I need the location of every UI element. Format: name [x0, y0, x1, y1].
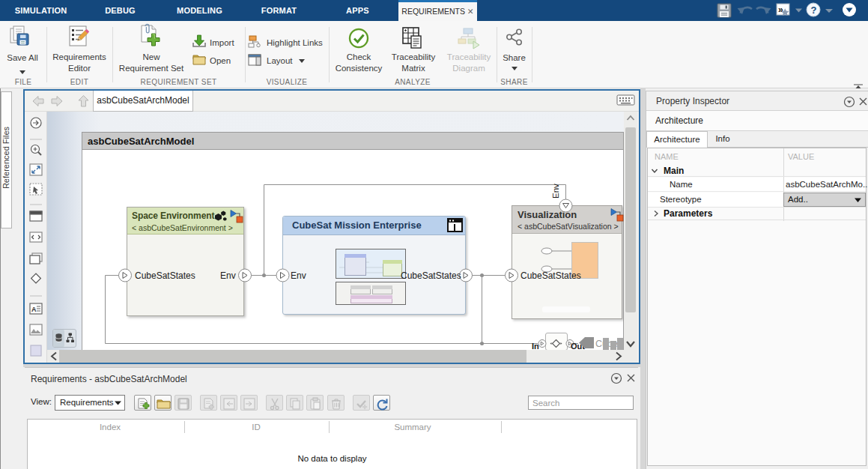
- svg-text:»: »: [778, 4, 783, 15]
- svg-text:A: A: [31, 306, 37, 313]
- svg-text:?: ?: [811, 4, 817, 16]
